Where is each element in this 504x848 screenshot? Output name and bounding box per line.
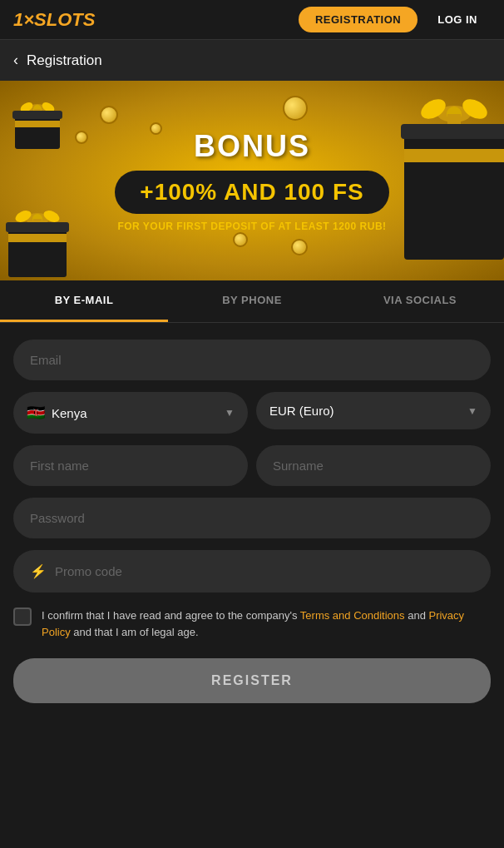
country-flag: 🇰🇪: [27, 404, 45, 422]
country-select[interactable]: 🇰🇪 Kenya ▼: [13, 392, 248, 434]
currency-select-wrapper: EUR (Euro) ▼: [256, 392, 491, 434]
chevron-down-icon: ▼: [467, 405, 477, 417]
chevron-down-icon: ▼: [225, 407, 235, 419]
bonus-banner: BONUS +100% AND 100 FS FOR YOUR FIRST DE…: [0, 81, 504, 280]
svg-rect-13: [8, 226, 67, 277]
terms-label: I confirm that I have read and agree to …: [42, 607, 491, 640]
terms-link[interactable]: Terms and Conditions: [300, 609, 405, 622]
promo-row: ⚡: [13, 550, 491, 593]
svg-rect-7: [12, 111, 62, 119]
header: 1×SLOTS REGISTRATION LOG IN: [0, 0, 504, 40]
svg-rect-15: [6, 222, 69, 232]
svg-rect-23: [401, 124, 504, 139]
bonus-description: FOR YOUR FIRST DEPOSIT OF AT LEAST 1200 …: [115, 221, 388, 232]
gift-box-right: [396, 89, 504, 255]
email-field[interactable]: [13, 340, 491, 380]
svg-rect-22: [404, 149, 504, 162]
back-nav: ‹ Registration: [0, 40, 504, 81]
logo: 1×SLOTS: [13, 9, 95, 31]
header-register-button[interactable]: REGISTRATION: [299, 7, 418, 32]
country-name: Kenya: [52, 406, 87, 420]
gift-box-small-left: [8, 97, 67, 151]
first-name-field[interactable]: [13, 445, 248, 486]
lightning-icon: ⚡: [30, 563, 47, 579]
svg-rect-14: [8, 234, 67, 242]
register-button[interactable]: REGISTER: [13, 658, 491, 703]
country-select-wrapper: 🇰🇪 Kenya ▼: [13, 392, 248, 434]
header-login-button[interactable]: LOG IN: [424, 7, 491, 32]
registration-tabs: BY E-MAIL BY PHONE VIA SOCIALS: [0, 280, 504, 323]
password-field[interactable]: [13, 498, 491, 538]
page-title: Registration: [27, 52, 102, 69]
svg-rect-5: [15, 114, 60, 149]
surname-field[interactable]: [256, 445, 491, 486]
currency-name: EUR (Euro): [269, 404, 334, 418]
header-buttons: REGISTRATION LOG IN: [299, 7, 491, 32]
tab-phone[interactable]: BY PHONE: [168, 280, 336, 322]
registration-form: 🇰🇪 Kenya ▼ EUR (Euro) ▼ ⚡ I confirm that…: [0, 323, 504, 720]
terms-checkbox-row: I confirm that I have read and agree to …: [13, 604, 491, 643]
tab-socials[interactable]: VIA SOCIALS: [336, 280, 504, 322]
back-arrow-icon[interactable]: ‹: [13, 52, 18, 69]
bonus-amount-box: +100% AND 100 FS: [115, 171, 388, 214]
svg-rect-6: [15, 121, 60, 127]
name-row: [13, 445, 491, 486]
tab-email[interactable]: BY E-MAIL: [0, 280, 168, 322]
terms-checkbox[interactable]: [13, 607, 32, 626]
gift-box-large-left: [0, 206, 75, 280]
bonus-amount: +100% AND 100 FS: [140, 179, 363, 206]
promo-code-field[interactable]: [55, 564, 474, 578]
bonus-title: BONUS: [115, 129, 388, 164]
country-currency-row: 🇰🇪 Kenya ▼ EUR (Euro) ▼: [13, 392, 491, 434]
currency-select[interactable]: EUR (Euro) ▼: [256, 392, 491, 429]
banner-text: BONUS +100% AND 100 FS FOR YOUR FIRST DE…: [115, 129, 388, 232]
